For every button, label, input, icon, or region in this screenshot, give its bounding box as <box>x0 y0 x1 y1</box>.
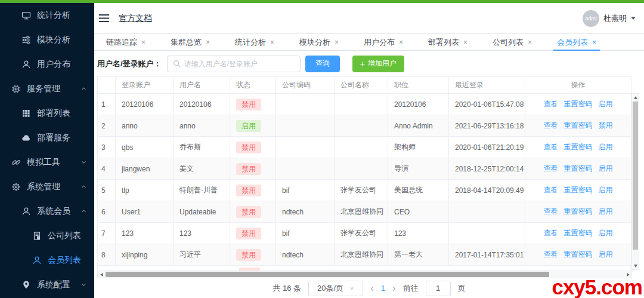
row-action-link[interactable]: 重置密码 <box>564 121 593 130</box>
goto-page-input[interactable] <box>426 281 451 296</box>
filter-bar: 用户名/登录账户： 查询 + 增加用户 <box>94 51 644 76</box>
tab-模块分析[interactable]: 模块分析× <box>299 34 339 50</box>
cell-company-name <box>335 137 388 158</box>
sidebar-item-label: 模块分析 <box>37 35 70 45</box>
tab-close-icon[interactable]: × <box>592 39 596 46</box>
sidebar-item-member-list[interactable]: 会员列表 <box>0 248 94 272</box>
scroll-down-icon[interactable] <box>632 262 639 269</box>
cell-company-code: ndtech <box>276 201 335 223</box>
sidebar-item-user-distribution[interactable]: 用户分布 <box>0 52 94 76</box>
row-action-link[interactable]: 查看 <box>544 143 558 151</box>
current-page-number[interactable]: 1 <box>381 284 385 293</box>
tab-统计分析[interactable]: 统计分析× <box>235 34 274 50</box>
row-action-link[interactable]: 查看 <box>544 121 558 130</box>
sidebar-item-company-list[interactable]: 公司列表 <box>0 223 94 248</box>
monitor-icon <box>21 11 31 20</box>
tab-close-icon[interactable]: × <box>463 39 467 46</box>
tab-close-icon[interactable]: × <box>528 39 532 46</box>
row-action-link[interactable]: 重置密码 <box>564 186 593 194</box>
tab-公司列表[interactable]: 公司列表× <box>493 34 532 50</box>
sidebar-item-label: 会员列表 <box>48 255 81 266</box>
row-action-link[interactable]: 重置密码 <box>564 143 593 151</box>
tab-集群总览[interactable]: 集群总览× <box>171 34 210 50</box>
row-action-link[interactable]: 重置密码 <box>564 164 593 173</box>
cell-username: 习近平 <box>174 244 230 266</box>
tab-label: 模块分析 <box>299 37 330 48</box>
row-action-link[interactable]: 查看 <box>544 186 558 194</box>
row-action-link[interactable]: 启用 <box>599 143 613 151</box>
query-button[interactable]: 查询 <box>305 56 340 72</box>
cell-last-login: 2018-12-25T12:00:14 <box>449 158 525 180</box>
row-action-link[interactable]: 启用 <box>599 229 613 237</box>
table-header: 登录账户用户名状态公司编码公司名称职位最近登录操作 <box>98 77 631 94</box>
tab-用户分布[interactable]: 用户分布× <box>364 34 403 50</box>
sidebar-item-service-management[interactable]: 服务管理 <box>0 76 94 101</box>
gear-icon <box>11 182 21 192</box>
tab-close-icon[interactable]: × <box>335 39 339 46</box>
row-action-link[interactable]: 禁用 <box>599 121 613 130</box>
tab-close-icon[interactable]: × <box>270 39 274 46</box>
page-unit-label: 页 <box>458 283 466 294</box>
prev-page-button[interactable]: ‹ <box>370 283 374 293</box>
scroll-left-icon[interactable] <box>98 271 105 278</box>
row-action-link[interactable]: 重置密码 <box>564 229 593 237</box>
horizontal-scrollbar-thumb[interactable] <box>106 272 549 277</box>
row-action-link[interactable]: 启用 <box>599 250 613 259</box>
sidebar-item-system-config[interactable]: 系统配置 <box>0 272 94 297</box>
cell-company-code: ndtech <box>276 244 335 266</box>
cell-status: 禁用 <box>230 94 276 115</box>
sidebar-item-module-analysis[interactable]: 模块分析 <box>0 27 94 52</box>
row-action-link[interactable]: 查看 <box>544 207 558 216</box>
vertical-scrollbar[interactable] <box>631 93 639 270</box>
status-badge: 禁用 <box>236 99 261 110</box>
page-size-select[interactable]: 20条/页 ∨ <box>308 281 363 296</box>
tab-部署列表[interactable]: 部署列表× <box>428 34 467 50</box>
tab-label: 公司列表 <box>493 37 524 48</box>
row-action-link[interactable]: 查看 <box>544 100 558 108</box>
row-number: 5 <box>98 180 116 201</box>
official-docs-link[interactable]: 官方文档 <box>119 13 152 24</box>
sidebar-item-statistics-analysis[interactable]: 统计分析 <box>0 3 94 27</box>
row-action-link[interactable]: 启用 <box>599 186 613 194</box>
tab-会员列表[interactable]: 会员列表× <box>557 34 596 50</box>
page: 统计分析模块分析用户分布服务管理部署列表部署服务模拟工具系统管理系统会员公司列表… <box>0 0 644 298</box>
user-dropdown-caret-icon <box>631 17 636 20</box>
sidebar-item-simulation-tools[interactable]: 模拟工具 <box>0 150 94 174</box>
cell-last-login: 2018-04-14T20:09:49 <box>449 180 525 201</box>
user-icon <box>21 60 31 69</box>
sidebar-item-deploy-list[interactable]: 部署列表 <box>0 101 94 125</box>
sidebar-item-deploy-service[interactable]: 部署服务 <box>0 125 94 150</box>
table-row: 8xijinping习近平禁用ndtech北京恩维协同第一老大2017-01-1… <box>98 244 631 266</box>
sidebar-item-system-members[interactable]: 系统会员 <box>0 199 94 223</box>
scroll-up-icon[interactable] <box>632 94 639 101</box>
row-action-link[interactable]: 重置密码 <box>564 207 593 216</box>
row-action-link[interactable]: 启用 <box>599 207 613 216</box>
row-action-link[interactable]: 启用 <box>599 164 613 173</box>
cell-company-name <box>335 115 388 137</box>
cell-position: 20120106 <box>388 94 449 115</box>
tab-close-icon[interactable]: × <box>399 39 403 46</box>
cloud-icon <box>21 133 31 143</box>
row-action-link[interactable]: 重置密码 <box>564 250 593 259</box>
row-action-link[interactable]: 重置密码 <box>564 100 593 108</box>
hamburger-menu-icon[interactable] <box>99 14 109 23</box>
next-page-button[interactable]: › <box>392 283 396 293</box>
table-row: 3qbs乔布斯禁用架构师2020-01-06T21:20:19查看重置密码启用 <box>98 137 631 158</box>
row-number: 6 <box>98 201 116 223</box>
row-action-link[interactable]: 查看 <box>544 250 558 259</box>
row-action-link[interactable]: 启用 <box>599 100 613 108</box>
tab-close-icon[interactable]: × <box>141 39 145 46</box>
table-row: 12012010620120106禁用201201062020-01-06T15… <box>98 94 631 115</box>
row-action-link[interactable]: 查看 <box>544 164 558 173</box>
tab-链路追踪[interactable]: 链路追踪× <box>106 34 145 50</box>
user-icon <box>32 256 42 265</box>
vertical-scrollbar-thumb[interactable] <box>633 102 638 250</box>
sidebar-item-system-management[interactable]: 系统管理 <box>0 174 94 199</box>
sidebar-item-label: 模拟工具 <box>27 157 60 168</box>
tab-close-icon[interactable]: × <box>206 39 210 46</box>
user-menu[interactable]: admi 杜燕明 <box>583 10 636 27</box>
add-user-button[interactable]: + 增加用户 <box>352 56 404 72</box>
row-action-link[interactable]: 查看 <box>544 229 558 237</box>
search-input[interactable] <box>184 60 295 68</box>
cell-actions: 查看重置密码启用 <box>525 244 631 266</box>
